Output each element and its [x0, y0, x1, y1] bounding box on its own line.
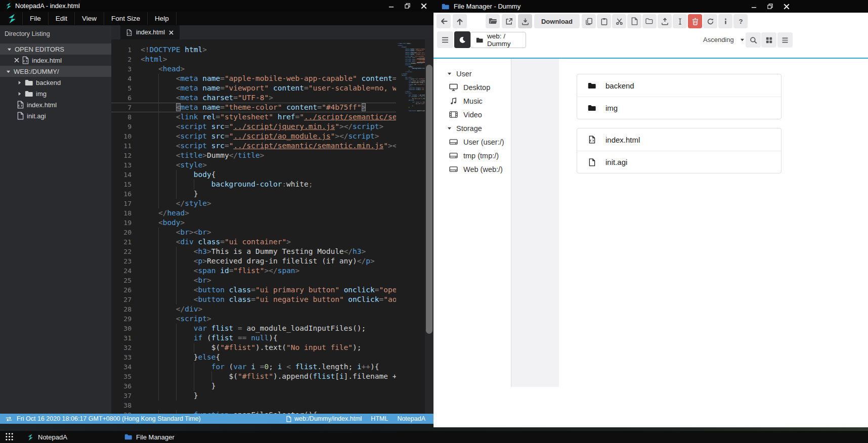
list-view-button[interactable] — [777, 32, 793, 48]
restore-icon[interactable] — [405, 3, 410, 9]
refresh-button[interactable] — [703, 14, 717, 28]
tree-workspace[interactable]: WEB:/DUMMY/ — [0, 66, 111, 77]
sort-order-label: Ascending — [703, 36, 734, 43]
tree-item-img[interactable]: img — [0, 88, 111, 99]
sidebar-item-label: Music — [463, 97, 483, 105]
taskbar-item-notepada[interactable]: NotepadA — [26, 431, 67, 443]
delete-button[interactable] — [688, 14, 702, 28]
code-line: 39 function openFileSelector(){ — [111, 410, 396, 414]
folder-open-icon — [489, 18, 497, 25]
sidebar-section-storage[interactable]: Storage — [447, 121, 518, 135]
new-file-button[interactable] — [627, 14, 641, 28]
menu-file[interactable]: File — [22, 12, 48, 25]
info-icon — [722, 18, 729, 25]
section-label: User — [456, 70, 472, 78]
arrow-left-icon — [440, 17, 448, 25]
notepada-logo-icon — [6, 13, 17, 24]
minimize-icon[interactable] — [751, 4, 757, 9]
scrollbar-thumb[interactable] — [426, 65, 432, 334]
download-icon-button[interactable] — [518, 14, 532, 28]
file-name: backend — [605, 81, 634, 90]
menu-help[interactable]: Help — [147, 12, 177, 25]
tab-strip: index.html — [111, 25, 433, 39]
open-in-new-button[interactable] — [502, 14, 516, 28]
copy-button[interactable] — [582, 14, 596, 28]
breadcrumb[interactable]: web: / Dummy — [470, 32, 526, 48]
sidebar-item-desktop[interactable]: Desktop — [447, 80, 518, 94]
file-row-backend[interactable]: backend — [577, 74, 781, 97]
file-code-icon — [17, 101, 24, 109]
info-button[interactable] — [718, 14, 732, 28]
paste-button[interactable] — [597, 14, 611, 28]
menu-font-size[interactable]: Font Size — [104, 12, 147, 25]
statusbar-datetime: Fri Oct 16 2020 18:06:17 GMT+0800 (Hong … — [17, 415, 201, 422]
new-folder-icon — [645, 18, 654, 25]
statusbar-app-name: NotepadA — [397, 415, 425, 422]
desktop: NotepadA - index.html FileEditViewFont S… — [0, 0, 868, 443]
file-row-img[interactable]: img — [577, 97, 781, 119]
tree-item-index-html[interactable]: index.html — [0, 99, 111, 110]
folder-icon — [25, 79, 33, 86]
apps-grid-icon[interactable] — [5, 432, 14, 441]
code-editor[interactable]: 1<!DOCTYPE html>2<html>3 <head>4 <meta n… — [111, 39, 396, 414]
menu-view[interactable]: View — [74, 12, 104, 25]
statusbar-language: HTML — [371, 415, 388, 422]
back-button[interactable] — [437, 14, 451, 28]
tree-item-init-agi[interactable]: init.agi — [0, 110, 111, 121]
menu-edit[interactable]: Edit — [48, 12, 74, 25]
restore-icon[interactable] — [767, 4, 773, 9]
minimize-icon[interactable] — [388, 3, 394, 9]
new-folder-button[interactable] — [642, 14, 657, 28]
grid-view-button[interactable] — [761, 32, 776, 48]
dark-mode-toggle[interactable] — [454, 31, 470, 48]
caret-down-icon — [447, 71, 452, 76]
tab-index-html[interactable]: index.html — [120, 25, 180, 39]
menu-button[interactable] — [437, 31, 453, 48]
file-name: img — [605, 104, 618, 112]
sidebar-section-user[interactable]: User — [447, 67, 518, 80]
sort-order-dropdown[interactable]: Ascending — [703, 31, 745, 48]
arrow-up-icon — [456, 17, 464, 25]
tree-open-editors[interactable]: OPEN EDITORS — [0, 43, 111, 55]
notepada-logo-icon — [26, 433, 34, 441]
tab-label: index.html — [136, 29, 165, 36]
tree-open-editor-file[interactable]: index.html — [0, 55, 111, 66]
code-line: 10 <script src="../script/ao_module.js">… — [111, 131, 396, 141]
file-manager-sidebar: UserDesktopMusicVideoStorageUser (user:/… — [447, 67, 518, 176]
sidebar-item-label: Video — [463, 111, 482, 119]
search-button[interactable] — [746, 32, 761, 48]
taskbar-item-file-manager[interactable]: File Manager — [124, 431, 175, 443]
close-icon[interactable] — [421, 3, 427, 9]
code-line: 38 — [111, 401, 396, 410]
close-icon[interactable] — [784, 4, 790, 10]
help-button[interactable]: ? — [733, 14, 748, 28]
file-row-index-html[interactable]: index.html — [577, 128, 781, 151]
folder-icon — [587, 105, 596, 111]
sidebar-item-video[interactable]: Video — [447, 108, 518, 121]
up-button[interactable] — [453, 14, 467, 28]
file-manager-titlebar[interactable]: File Manager - Dummy — [433, 0, 868, 13]
sidebar-item-tmp-tmp[interactable]: tmp (tmp:/) — [447, 149, 518, 162]
cut-button[interactable] — [612, 14, 626, 28]
sidebar-item-label: Web (web:/) — [463, 165, 503, 173]
download-label-button[interactable]: Download — [534, 14, 580, 28]
tree-item-backend[interactable]: backend — [0, 77, 111, 88]
code-line: 28 </div> — [111, 304, 396, 314]
new-file-icon — [631, 17, 638, 25]
minimap[interactable]: <!DOCTYPE html><html> <head> <meta name=… — [396, 39, 425, 414]
file-row-init-agi[interactable]: init.agi — [577, 151, 781, 173]
tab-close-icon[interactable] — [169, 30, 173, 35]
code-line: 11 <script src="../script/semantic/seman… — [111, 141, 396, 151]
upload-button[interactable] — [658, 14, 672, 28]
drive-icon — [449, 166, 458, 172]
notepada-titlebar[interactable]: NotepadA - index.html — [0, 0, 433, 12]
editor-scrollbar[interactable] — [425, 39, 433, 414]
open-button[interactable] — [486, 14, 500, 28]
code-line: 30 var flist = ao_module_loadInputFiles(… — [111, 324, 396, 333]
sidebar-item-web-web[interactable]: Web (web:/) — [447, 162, 518, 176]
sidebar-item-user-user[interactable]: User (user:/) — [447, 135, 518, 149]
sidebar-item-music[interactable]: Music — [447, 94, 518, 108]
rename-button[interactable] — [673, 14, 687, 28]
notepada-sidebar: Directory Listing OPEN EDITORSindex.html… — [0, 25, 111, 414]
file-name: index.html — [605, 136, 640, 144]
